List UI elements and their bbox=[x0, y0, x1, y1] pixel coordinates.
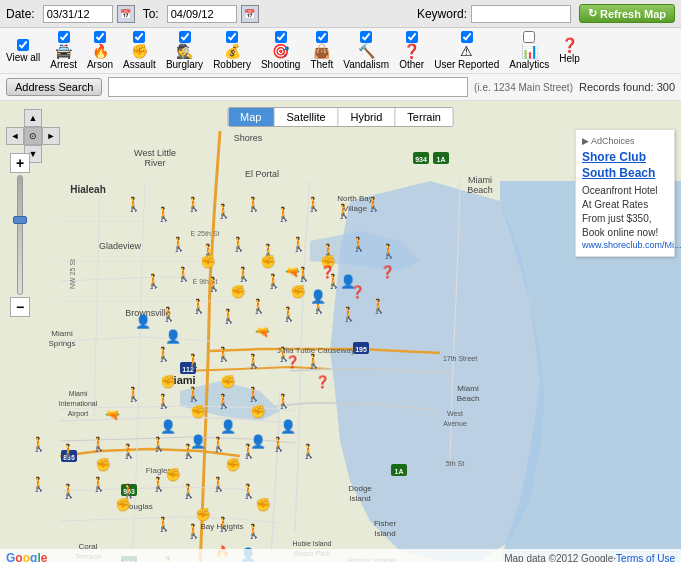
cat-other-checkbox[interactable] bbox=[406, 31, 418, 43]
map-type-terrain-button[interactable]: Terrain bbox=[395, 108, 453, 126]
address-search-button[interactable]: Address Search bbox=[6, 78, 102, 96]
svg-text:🚶: 🚶 bbox=[155, 206, 173, 223]
user-reported-icon: ⚠ bbox=[460, 44, 473, 58]
cat-view-all-label: View all bbox=[6, 52, 40, 63]
cat-user-reported-checkbox[interactable] bbox=[461, 31, 473, 43]
svg-text:✊: ✊ bbox=[200, 253, 217, 270]
refresh-button[interactable]: ↻ Refresh Map bbox=[579, 4, 675, 23]
svg-text:Shores: Shores bbox=[234, 133, 263, 143]
map-area[interactable]: 195 836 953 953 976 913 934 1A 1A 112 We… bbox=[0, 101, 681, 562]
svg-text:🚶: 🚶 bbox=[175, 266, 193, 283]
svg-text:❓: ❓ bbox=[350, 284, 365, 299]
cat-analytics[interactable]: 📊 Analytics bbox=[509, 31, 549, 70]
svg-text:Island: Island bbox=[374, 529, 395, 538]
cat-arson-label: Arson bbox=[87, 59, 113, 70]
cat-robbery[interactable]: 💰 Robbery bbox=[213, 31, 251, 70]
burglary-icon: 🕵 bbox=[176, 44, 193, 58]
svg-text:Beach: Beach bbox=[467, 185, 493, 195]
date-to-input[interactable] bbox=[167, 5, 237, 23]
cat-user-reported-label: User Reported bbox=[434, 59, 499, 70]
svg-text:17th Street: 17th Street bbox=[443, 355, 477, 362]
google-logo: Google bbox=[6, 551, 47, 562]
cat-analytics-checkbox[interactable] bbox=[523, 31, 535, 43]
cat-assault[interactable]: ✊ Assault bbox=[123, 31, 156, 70]
date-from-calendar-button[interactable]: 📅 bbox=[117, 5, 135, 23]
pan-up-button[interactable]: ▲ bbox=[24, 109, 42, 127]
svg-text:🚶: 🚶 bbox=[265, 273, 283, 290]
map-type-map-button[interactable]: Map bbox=[228, 108, 274, 126]
svg-text:🚶: 🚶 bbox=[185, 523, 203, 540]
shooting-icon: 🎯 bbox=[272, 44, 289, 58]
svg-text:🚶: 🚶 bbox=[220, 308, 238, 325]
svg-text:❓: ❓ bbox=[285, 354, 300, 369]
zoom-track[interactable] bbox=[17, 175, 23, 295]
cat-help[interactable]: ❓ Help bbox=[559, 38, 580, 64]
svg-text:🚶: 🚶 bbox=[145, 273, 163, 290]
date-from-input[interactable] bbox=[43, 5, 113, 23]
svg-text:1A: 1A bbox=[437, 156, 446, 163]
svg-text:🚶: 🚶 bbox=[210, 476, 228, 493]
cat-arson[interactable]: 🔥 Arson bbox=[87, 31, 113, 70]
keyword-label: Keyword: bbox=[417, 7, 467, 21]
svg-text:👤: 👤 bbox=[135, 313, 152, 330]
pan-center-button[interactable]: ⊙ bbox=[24, 127, 42, 145]
cat-view-all-checkbox[interactable] bbox=[17, 39, 29, 51]
svg-text:🚶: 🚶 bbox=[185, 196, 203, 213]
zoom-in-button[interactable]: + bbox=[10, 153, 30, 173]
robbery-icon: 💰 bbox=[224, 44, 241, 58]
cat-vandalism[interactable]: 🔨 Vandalism bbox=[343, 31, 389, 70]
ad-link[interactable]: www.shoreclub.com/Mi... bbox=[582, 240, 668, 250]
terms-of-use-link[interactable]: Terms of Use bbox=[616, 553, 675, 563]
svg-text:934: 934 bbox=[415, 156, 427, 163]
cat-burglary-checkbox[interactable] bbox=[179, 31, 191, 43]
zoom-thumb[interactable] bbox=[13, 216, 27, 224]
date-label: Date: bbox=[6, 7, 35, 21]
svg-text:🚶: 🚶 bbox=[60, 443, 78, 460]
cat-arrest-checkbox[interactable] bbox=[58, 31, 70, 43]
svg-text:✊: ✊ bbox=[290, 283, 307, 300]
address-input[interactable] bbox=[108, 77, 468, 97]
cat-shooting-checkbox[interactable] bbox=[275, 31, 287, 43]
cat-vandalism-checkbox[interactable] bbox=[360, 31, 372, 43]
svg-text:❓: ❓ bbox=[315, 374, 330, 389]
svg-text:🚶: 🚶 bbox=[30, 436, 48, 453]
svg-text:❓: ❓ bbox=[320, 264, 335, 279]
map-type-bar: Map Satellite Hybrid Terrain bbox=[227, 107, 454, 127]
cat-arrest[interactable]: 🚔 Arrest bbox=[50, 31, 77, 70]
svg-text:5th St: 5th St bbox=[446, 460, 464, 467]
cat-assault-checkbox[interactable] bbox=[133, 31, 145, 43]
cat-view-all[interactable]: View all bbox=[6, 39, 40, 63]
svg-text:🚶: 🚶 bbox=[190, 298, 208, 315]
pan-left-button[interactable]: ◄ bbox=[6, 127, 24, 145]
ad-title[interactable]: Shore Club South Beach bbox=[582, 150, 668, 181]
svg-text:🚶: 🚶 bbox=[340, 306, 358, 323]
cat-burglary[interactable]: 🕵 Burglary bbox=[166, 31, 203, 70]
svg-text:🚶: 🚶 bbox=[90, 476, 108, 493]
bottom-bar: Google Map data ©2012 Google · Terms of … bbox=[0, 549, 681, 562]
keyword-input[interactable] bbox=[471, 5, 571, 23]
svg-text:🚶: 🚶 bbox=[125, 196, 143, 213]
pan-right-button[interactable]: ► bbox=[42, 127, 60, 145]
cat-user-reported[interactable]: ⚠ User Reported bbox=[434, 31, 499, 70]
map-type-satellite-button[interactable]: Satellite bbox=[274, 108, 338, 126]
svg-text:✊: ✊ bbox=[250, 403, 267, 420]
svg-text:Airport: Airport bbox=[68, 410, 89, 418]
cat-arson-checkbox[interactable] bbox=[94, 31, 106, 43]
vandalism-icon: 🔨 bbox=[358, 44, 375, 58]
svg-text:🚶: 🚶 bbox=[365, 196, 383, 213]
cat-other[interactable]: ❓ Other bbox=[399, 31, 424, 70]
cat-theft[interactable]: 👜 Theft bbox=[310, 31, 333, 70]
svg-text:👤: 👤 bbox=[280, 418, 297, 435]
svg-text:🚶: 🚶 bbox=[160, 306, 178, 323]
svg-text:Gladeview: Gladeview bbox=[99, 241, 142, 251]
zoom-out-button[interactable]: − bbox=[10, 297, 30, 317]
svg-text:Dodge: Dodge bbox=[348, 484, 372, 493]
cat-theft-checkbox[interactable] bbox=[316, 31, 328, 43]
date-to-calendar-button[interactable]: 📅 bbox=[241, 5, 259, 23]
cat-robbery-checkbox[interactable] bbox=[226, 31, 238, 43]
category-bar: View all 🚔 Arrest 🔥 Arson ✊ Assault 🕵 Bu… bbox=[0, 28, 681, 74]
map-type-hybrid-button[interactable]: Hybrid bbox=[339, 108, 396, 126]
ad-title-line2: South Beach bbox=[582, 166, 655, 180]
cat-help-label: Help bbox=[559, 53, 580, 64]
cat-shooting[interactable]: 🎯 Shooting bbox=[261, 31, 300, 70]
